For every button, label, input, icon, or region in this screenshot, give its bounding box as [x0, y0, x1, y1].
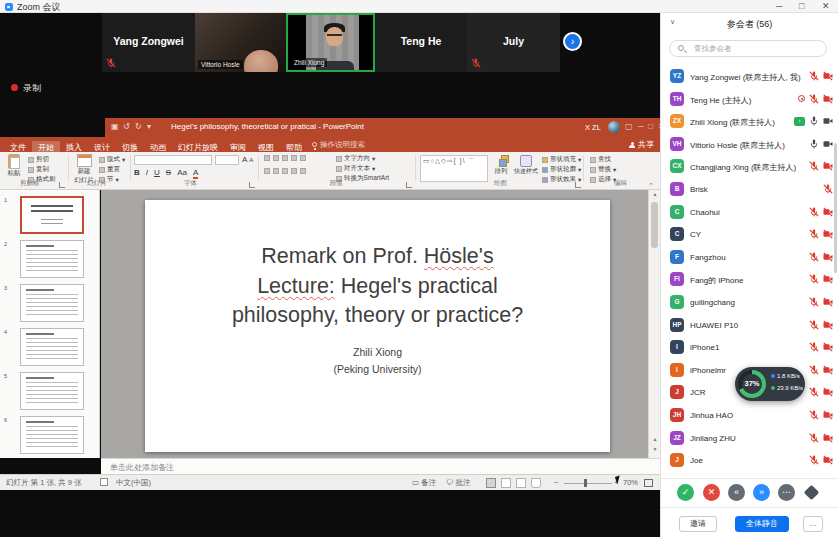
slide-affiliation[interactable]: (Peking University) [145, 363, 610, 375]
slide-thumbnail[interactable]: 4 [12, 328, 86, 366]
ribbon-display-options-icon[interactable]: ▢ [625, 122, 633, 131]
find-button[interactable]: 查找 [590, 155, 611, 164]
camera-status-icon[interactable] [823, 94, 833, 104]
strikethrough-button[interactable]: S [166, 168, 171, 177]
quick-styles-button[interactable]: 快速样式 [513, 155, 539, 176]
mic-status-icon[interactable] [809, 455, 819, 465]
paragraph-list-controls[interactable] [264, 155, 306, 161]
video-tile-vittorio-hosle[interactable]: Vittorio Hosle [195, 13, 286, 72]
invite-button[interactable]: 邀请 [679, 516, 717, 532]
grow-shrink-font[interactable]: AA [242, 155, 253, 164]
indent-increase-icon[interactable] [291, 155, 297, 161]
underline-button[interactable]: U [154, 168, 160, 177]
camera-status-icon[interactable] [823, 71, 833, 81]
mic-status-icon[interactable] [809, 387, 819, 397]
notes-pane[interactable]: 单击此处添加备注 [101, 458, 660, 474]
notes-toggle[interactable]: ▭ 备注 [412, 478, 436, 488]
select-button[interactable]: 选择▾ [590, 175, 616, 184]
participant-row[interactable]: B Brisk [661, 178, 838, 201]
mic-status-icon[interactable] [809, 320, 819, 330]
mic-status-icon[interactable] [823, 184, 833, 194]
mic-status-icon[interactable] [809, 433, 819, 443]
next-slide-icon[interactable]: ▼ [651, 446, 659, 452]
justify-icon[interactable] [291, 168, 297, 174]
font-size-combobox[interactable] [215, 155, 239, 165]
drawing-dialog-launcher[interactable] [575, 182, 581, 188]
slide-thumbnail[interactable]: 6 [12, 416, 86, 454]
participant-row[interactable]: C CY [661, 223, 838, 246]
paragraph-dialog-launcher[interactable] [406, 182, 412, 188]
account-avatar[interactable] [608, 121, 620, 133]
clear-feedback-icon[interactable] [804, 485, 820, 501]
clipboard-dialog-launcher[interactable] [59, 182, 65, 188]
mic-status-icon[interactable] [809, 116, 819, 126]
slide-thumbnail[interactable]: 5 [12, 372, 86, 410]
slide-scrollbar[interactable]: ▲ ▲ ▼ [648, 190, 660, 458]
video-tile-zhili-xiong-active-speaker[interactable]: Zhili Xiong [286, 13, 375, 72]
zoom-slider-track[interactable] [564, 483, 612, 484]
mic-status-icon[interactable] [809, 274, 819, 284]
comments-toggle[interactable]: 🗩 批注 [446, 478, 471, 488]
mute-all-button[interactable]: 全体静音 [735, 516, 789, 532]
camera-status-icon[interactable] [823, 229, 833, 239]
mic-status-icon[interactable] [809, 410, 819, 420]
slide-title[interactable]: Remark on Prof. Hösle's Lecture: Hegel's… [168, 242, 587, 331]
slide-thumbnail[interactable]: 1 [12, 196, 86, 234]
no-reaction-button[interactable]: ✕ [703, 484, 720, 501]
next-videos-arrow-button[interactable]: › [563, 32, 582, 51]
mic-status-icon[interactable] [809, 297, 819, 307]
more-reactions-button[interactable]: ⋯ [778, 484, 795, 501]
participant-row[interactable]: G guilingchang [661, 291, 838, 314]
camera-status-icon[interactable] [823, 207, 833, 217]
previous-slide-icon[interactable]: ▲ [651, 436, 659, 442]
slide-sorter-view-button[interactable] [501, 478, 511, 488]
camera-status-icon[interactable] [823, 320, 833, 330]
camera-status-icon[interactable] [823, 116, 833, 126]
zoom-out-icon[interactable]: − [554, 478, 558, 487]
slide-author[interactable]: Zhili Xiong [145, 346, 610, 358]
close-button[interactable]: ✕ [822, 0, 830, 13]
character-spacing-button[interactable]: Aa [177, 168, 187, 177]
camera-status-icon[interactable] [823, 387, 833, 397]
slide-thumbnail[interactable]: 2 [12, 240, 86, 278]
text-direction-button[interactable]: 文字方向▾ [336, 154, 375, 163]
participant-row[interactable]: CX Changjiang Xing (联席主持人) [661, 155, 838, 178]
yes-reaction-button[interactable]: ✓ [677, 484, 694, 501]
mic-status-icon[interactable] [809, 161, 819, 171]
shape-fill-button[interactable]: 形状填充▾ [542, 155, 581, 164]
participant-row[interactable]: TH Teng He (主持人) [661, 88, 838, 111]
participant-row[interactable]: YZ Yang Zongwei (联席主持人, 我) [661, 65, 838, 88]
spell-check-icon[interactable] [100, 478, 108, 486]
mic-status-icon[interactable] [809, 365, 819, 375]
search-input[interactable] [692, 42, 820, 55]
participant-row[interactable]: JH Jinhua HAO [661, 404, 838, 427]
paste-button[interactable]: 粘贴 [2, 154, 26, 178]
font-color-button[interactable]: A [193, 168, 198, 179]
bold-button[interactable]: B [134, 168, 140, 177]
video-tile-july[interactable]: July [467, 13, 560, 72]
align-left-icon[interactable] [264, 168, 270, 174]
copy-button[interactable]: 复制 [28, 165, 49, 174]
footer-more-button[interactable]: … [803, 516, 823, 532]
camera-status-icon[interactable] [823, 433, 833, 443]
shrink-font-icon[interactable]: A [249, 157, 253, 163]
camera-status-icon[interactable] [823, 297, 833, 307]
indent-decrease-icon[interactable] [282, 155, 288, 161]
numbering-icon[interactable] [273, 155, 279, 161]
ppt-title-bar[interactable]: ▣ ↺ ↻ ▾ Hegel's philosophy, theoretical … [105, 118, 660, 137]
normal-view-button[interactable] [486, 478, 496, 488]
scrollbar-thumb[interactable] [651, 202, 658, 248]
slide-canvas-area[interactable]: Remark on Prof. Hösle's Lecture: Hegel's… [101, 190, 648, 458]
faster-reaction-button[interactable]: » [753, 484, 770, 501]
participant-row[interactable]: I iPhone1 [661, 336, 838, 359]
shape-outline-button[interactable]: 形状轮廓▾ [542, 165, 581, 174]
mic-status-icon[interactable] [809, 252, 819, 262]
mic-status-icon[interactable] [809, 342, 819, 352]
slide-thumbnail-panel[interactable]: 1 2 3 4 5 6 [0, 190, 100, 458]
share-button[interactable]: 共享 [629, 137, 654, 152]
bullets-icon[interactable] [264, 155, 270, 161]
minimize-button[interactable]: ─ [776, 0, 782, 13]
align-center-icon[interactable] [273, 168, 279, 174]
participant-row[interactable]: J Joe [661, 449, 838, 472]
collapse-ribbon-icon[interactable]: ⌃ [648, 182, 654, 190]
